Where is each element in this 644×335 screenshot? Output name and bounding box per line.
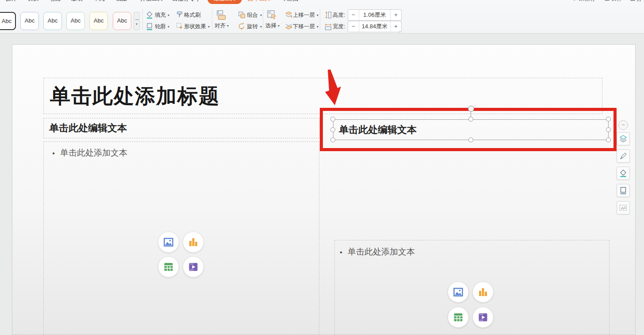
align-icon — [215, 9, 227, 21]
tab-drawing-tools[interactable]: 绘图工具 — [207, 0, 242, 4]
resize-handle-bottom-left[interactable] — [330, 137, 335, 142]
width-decrease-button[interactable]: − — [348, 21, 359, 32]
width-label: 宽度: — [333, 23, 345, 30]
format-painter-button[interactable]: 格式刷 — [184, 11, 201, 19]
find-button[interactable]: 查找 — [287, 0, 298, 4]
menu-tab-design[interactable]: 设计 — [5, 0, 17, 4]
bullet-icon: ● — [340, 250, 342, 255]
insert-chart-button[interactable] — [183, 232, 203, 252]
collaborate-button[interactable]: 协作 — [611, 0, 622, 4]
insert-chart-button[interactable] — [473, 282, 493, 302]
shape-effects-icon — [176, 23, 183, 30]
insert-table-button[interactable] — [448, 307, 468, 327]
align-button[interactable]: 对齐 — [215, 22, 226, 30]
group-button[interactable]: 组合 — [247, 11, 258, 19]
resize-handle-top-middle[interactable] — [468, 117, 473, 122]
table-icon — [163, 262, 174, 272]
textbox-style-button[interactable]: A — [617, 201, 630, 214]
rotate-dropdown-caret[interactable]: ▾ — [260, 23, 262, 31]
fill-button[interactable]: 填充 — [155, 11, 166, 19]
rotate-icon — [238, 23, 245, 30]
video-icon — [188, 262, 199, 272]
menu-tab-devtools[interactable]: 开发工具 — [140, 0, 163, 4]
select-button[interactable]: 选择 — [265, 22, 276, 30]
fill-color-button[interactable] — [617, 167, 630, 180]
fill-icon — [146, 11, 153, 19]
height-value[interactable]: 1.06厘米 — [359, 10, 390, 20]
layers-icon — [619, 134, 628, 143]
shape-effects-dropdown-caret[interactable]: ▾ — [208, 23, 210, 31]
side-toolbar-collapse-button[interactable]: − — [618, 120, 628, 130]
resize-handle-middle-right[interactable] — [606, 127, 611, 132]
save-status: 未保存 — [579, 0, 596, 4]
shape-style-swatch[interactable]: Abc — [113, 12, 131, 30]
menu-tab-animation[interactable]: 动画 — [49, 0, 61, 4]
bring-forward-button[interactable]: 上移一层 — [293, 11, 315, 19]
menu-tab-cloud[interactable]: 云服务专享 — [172, 0, 201, 4]
menu-tab-transition[interactable]: 切换 — [27, 0, 39, 4]
send-backward-button[interactable]: 下移一层 — [293, 23, 315, 30]
outline-dropdown-caret[interactable]: ▾ — [168, 23, 169, 31]
fill-dropdown-caret[interactable]: ▾ — [168, 11, 169, 19]
gallery-more-button[interactable]: ▾ — [134, 12, 140, 30]
shape-effects-button[interactable]: 形状效果 — [184, 23, 206, 30]
align-dropdown-caret[interactable]: ▾ — [227, 22, 229, 30]
menu-tab-view[interactable]: 视图 — [115, 0, 127, 4]
height-icon — [325, 11, 332, 19]
shape-style-swatch[interactable]: Abc — [20, 12, 39, 30]
collaborate-icon — [604, 0, 610, 1]
insert-video-button[interactable] — [183, 257, 203, 277]
separator — [142, 9, 143, 30]
tab-text-tools[interactable]: 文本工具 — [248, 0, 271, 4]
resize-handle-top-left[interactable] — [330, 117, 335, 122]
video-icon — [478, 312, 488, 323]
menu-tab-slideshow[interactable]: 放映 — [71, 0, 83, 4]
share-icon — [630, 0, 636, 1]
outline-button[interactable]: 轮廓 — [155, 23, 166, 30]
resize-handle-bottom-right[interactable] — [606, 137, 611, 142]
insert-table-button[interactable] — [158, 257, 179, 277]
picture-icon — [453, 287, 464, 297]
share-button[interactable]: 分享 — [636, 0, 644, 4]
width-value[interactable]: 14.84厘米 — [359, 21, 390, 32]
chart-icon — [478, 287, 488, 297]
rotate-button[interactable]: 旋转 — [247, 23, 258, 30]
shape-style-swatch[interactable]: Abc — [43, 12, 62, 30]
svg-text:A: A — [621, 206, 624, 210]
insert-picture-button[interactable] — [158, 232, 179, 252]
resize-handle-middle-left[interactable] — [330, 127, 335, 132]
left-text-placeholder[interactable]: 单击此处编辑文本 — [43, 118, 319, 138]
bring-forward-dropdown-caret[interactable]: ▾ — [317, 11, 318, 19]
resize-handle-top-right[interactable] — [606, 117, 611, 122]
resize-handle-bottom-middle[interactable] — [468, 137, 473, 142]
left-content-placeholder[interactable] — [43, 141, 319, 335]
height-decrease-button[interactable]: − — [348, 10, 359, 20]
select-dropdown-caret[interactable]: ▾ — [278, 22, 280, 30]
group-icon — [238, 11, 245, 19]
insert-picture-button[interactable] — [448, 282, 468, 302]
send-backward-dropdown-caret[interactable]: ▾ — [317, 23, 318, 31]
right-body-bullet: ● 单击此处添加文本 — [340, 246, 415, 258]
layers-button[interactable] — [617, 132, 630, 145]
shape-style-swatch[interactable]: Abc — [66, 12, 85, 30]
outline-icon — [146, 23, 153, 30]
shape-style-swatch[interactable]: Abc — [89, 12, 108, 30]
group-dropdown-caret[interactable]: ▾ — [260, 11, 262, 19]
menu-tab-review[interactable]: 审阅 — [93, 0, 105, 4]
selected-textbox[interactable]: 单击此处编辑文本 — [333, 119, 609, 140]
select-icon — [266, 9, 278, 21]
search-icon — [280, 0, 285, 1]
dialog-launcher-icon[interactable]: ⌟ — [399, 28, 400, 33]
separator — [320, 9, 320, 30]
brush-button[interactable] — [617, 149, 630, 163]
left-body-bullet: ● 单击此处添加文本 — [52, 147, 127, 159]
sync-icon — [571, 0, 577, 1]
outline-color-button[interactable] — [617, 184, 630, 197]
brush-icon — [619, 152, 628, 160]
shape-style-swatch[interactable]: Abc — [0, 12, 16, 30]
rotation-handle[interactable] — [468, 106, 474, 112]
height-increase-button[interactable]: + — [390, 10, 401, 20]
insert-video-button[interactable] — [473, 307, 493, 327]
format-painter-icon — [176, 11, 183, 18]
textbox-style-icon: A — [619, 203, 628, 212]
